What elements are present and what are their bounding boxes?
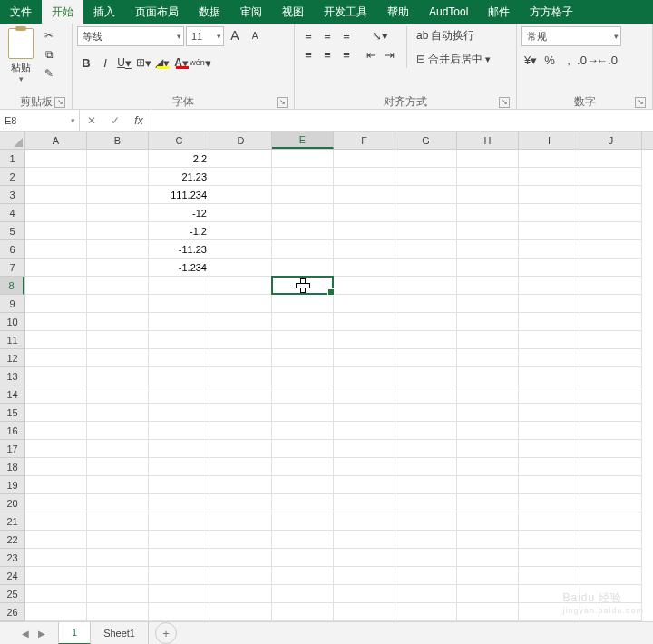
cell-J21[interactable]	[580, 512, 642, 531]
cell-D16[interactable]	[210, 422, 272, 440]
cell-H19[interactable]	[457, 476, 519, 494]
cell-D5[interactable]	[210, 222, 272, 240]
cell-A15[interactable]	[25, 404, 87, 422]
select-all-button[interactable]	[0, 132, 25, 150]
cell-H5[interactable]	[457, 222, 519, 240]
cell-D7[interactable]	[210, 259, 272, 277]
column-header-B[interactable]: B	[87, 132, 149, 149]
cell-E16[interactable]	[272, 422, 334, 440]
cell-C26[interactable]	[149, 603, 210, 621]
cell-D9[interactable]	[210, 295, 272, 313]
cell-H25[interactable]	[457, 585, 519, 603]
row-header-23[interactable]: 23	[0, 549, 24, 567]
cell-I15[interactable]	[519, 404, 580, 422]
cell-B19[interactable]	[87, 476, 149, 494]
cell-A4[interactable]	[25, 204, 87, 222]
increase-indent-button[interactable]: ⇥	[380, 45, 398, 63]
cell-H11[interactable]	[457, 331, 519, 349]
insert-function-button[interactable]: fx	[127, 114, 151, 127]
cell-J24[interactable]	[580, 567, 642, 585]
align-bottom-button[interactable]: ≡	[337, 26, 356, 44]
border-button[interactable]: ⊞▾	[134, 54, 152, 72]
cell-B4[interactable]	[87, 204, 149, 222]
cell-C19[interactable]	[149, 476, 210, 494]
number-launcher[interactable]: ↘	[635, 97, 646, 108]
cell-B22[interactable]	[87, 531, 149, 549]
decrease-indent-button[interactable]: ⇤	[362, 45, 380, 63]
formula-input[interactable]	[151, 110, 653, 131]
orientation-button[interactable]: ⤡▾	[371, 26, 389, 44]
cell-E14[interactable]	[272, 385, 334, 404]
cell-A8[interactable]	[25, 277, 87, 295]
row-header-19[interactable]: 19	[0, 476, 24, 494]
cell-A10[interactable]	[25, 313, 87, 331]
cell-I1[interactable]	[519, 150, 580, 168]
cell-E3[interactable]	[272, 186, 334, 204]
cell-C3[interactable]: 111.234	[149, 186, 210, 204]
cell-I9[interactable]	[519, 295, 580, 313]
cell-A24[interactable]	[25, 567, 87, 585]
cell-C23[interactable]	[149, 549, 210, 567]
cell-D6[interactable]	[210, 240, 272, 259]
decrease-decimal-button[interactable]: ←.0	[598, 51, 616, 69]
cell-G25[interactable]	[395, 585, 457, 603]
font-name-combo[interactable]: 等线	[77, 26, 184, 46]
row-header-18[interactable]: 18	[0, 458, 24, 476]
row-header-2[interactable]: 2	[0, 168, 24, 186]
cell-D19[interactable]	[210, 476, 272, 494]
cell-I17[interactable]	[519, 440, 580, 458]
cell-D14[interactable]	[210, 385, 272, 404]
cell-I22[interactable]	[519, 531, 580, 549]
cell-J13[interactable]	[580, 367, 642, 385]
cells-grid[interactable]: 2.221.23111.234-12-1.2-11.23-1.234	[25, 150, 653, 621]
cell-J7[interactable]	[580, 259, 642, 277]
cell-G10[interactable]	[395, 313, 457, 331]
cell-C22[interactable]	[149, 531, 210, 549]
cell-J12[interactable]	[580, 349, 642, 367]
align-right-button[interactable]: ≡	[337, 45, 356, 63]
cell-D4[interactable]	[210, 204, 272, 222]
cell-H24[interactable]	[457, 567, 519, 585]
cell-B20[interactable]	[87, 494, 149, 512]
row-header-9[interactable]: 9	[0, 295, 24, 313]
cell-H18[interactable]	[457, 458, 519, 476]
cell-D10[interactable]	[210, 313, 272, 331]
cell-I2[interactable]	[519, 168, 580, 186]
cell-F14[interactable]	[334, 385, 395, 404]
cell-J22[interactable]	[580, 531, 642, 549]
cell-H14[interactable]	[457, 385, 519, 404]
name-box[interactable]: E8	[0, 110, 80, 131]
cell-H4[interactable]	[457, 204, 519, 222]
row-header-7[interactable]: 7	[0, 259, 24, 277]
cell-A17[interactable]	[25, 440, 87, 458]
cell-H15[interactable]	[457, 404, 519, 422]
cell-B6[interactable]	[87, 240, 149, 259]
cell-D15[interactable]	[210, 404, 272, 422]
row-header-10[interactable]: 10	[0, 313, 24, 331]
cell-E7[interactable]	[272, 259, 334, 277]
percent-button[interactable]: %	[541, 51, 559, 69]
cell-G23[interactable]	[395, 549, 457, 567]
row-header-3[interactable]: 3	[0, 186, 24, 204]
row-header-24[interactable]: 24	[0, 567, 24, 585]
column-header-H[interactable]: H	[457, 132, 519, 149]
cell-J11[interactable]	[580, 331, 642, 349]
row-header-8[interactable]: 8	[0, 277, 24, 295]
cell-E2[interactable]	[272, 168, 334, 186]
cell-F25[interactable]	[334, 585, 395, 603]
cell-J17[interactable]	[580, 440, 642, 458]
cell-G20[interactable]	[395, 494, 457, 512]
cell-A7[interactable]	[25, 259, 87, 277]
cell-H13[interactable]	[457, 367, 519, 385]
cell-D12[interactable]	[210, 349, 272, 367]
font-size-combo[interactable]: 11	[186, 26, 224, 46]
cell-D21[interactable]	[210, 512, 272, 531]
cell-G8[interactable]	[395, 277, 457, 295]
cell-E19[interactable]	[272, 476, 334, 494]
cell-C17[interactable]	[149, 440, 210, 458]
cell-B18[interactable]	[87, 458, 149, 476]
cell-C13[interactable]	[149, 367, 210, 385]
cell-F16[interactable]	[334, 422, 395, 440]
cell-H1[interactable]	[457, 150, 519, 168]
cell-A16[interactable]	[25, 422, 87, 440]
